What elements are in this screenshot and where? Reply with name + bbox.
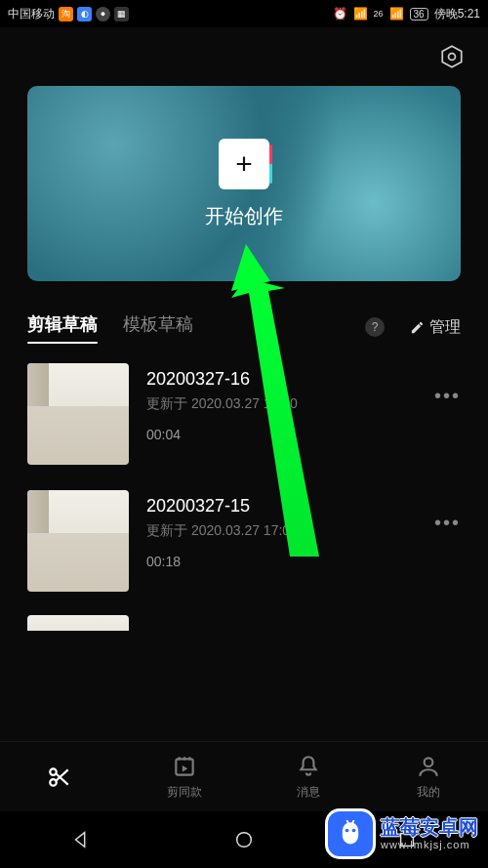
svg-rect-11 (400, 834, 413, 847)
plus-icon: + (235, 149, 253, 179)
battery-indicator: 36 (410, 8, 428, 21)
svg-point-10 (237, 833, 252, 847)
draft-item[interactable]: 20200327-16 更新于 2020.03.27 17:20 00:04 •… (27, 363, 461, 465)
svg-point-1 (449, 54, 456, 61)
android-nav-bar (0, 811, 488, 868)
signal-icon: 📶 (389, 7, 404, 21)
draft-thumbnail (27, 363, 129, 465)
network-badge: 26 (374, 9, 384, 19)
clock-label: 傍晚5:21 (434, 6, 480, 22)
nav-cut-same[interactable]: 剪同款 (167, 754, 202, 801)
back-button[interactable] (70, 829, 92, 850)
app-header (0, 27, 488, 86)
help-button[interactable]: ? (365, 317, 385, 337)
draft-title: 20200327-15 (146, 496, 417, 517)
settings-icon[interactable] (439, 44, 465, 69)
draft-thumbnail-peek (27, 615, 129, 631)
svg-marker-7 (183, 765, 187, 771)
draft-tabs: 剪辑草稿 模板草稿 ? 管理 (27, 312, 461, 342)
bottom-nav: 剪同款 消息 我的 (0, 741, 488, 811)
scissors-icon (47, 765, 72, 790)
pencil-icon (410, 320, 425, 335)
draft-item[interactable]: 20200327-15 更新于 2020.03.27 17:06 00:18 •… (27, 490, 461, 592)
app-icon: ◐ (77, 7, 92, 21)
wifi-icon: 📶 (353, 7, 368, 21)
recents-button[interactable] (396, 829, 418, 850)
draft-thumbnail (27, 490, 129, 592)
svg-marker-0 (442, 46, 462, 67)
template-icon (172, 754, 197, 779)
nav-edit[interactable] (47, 765, 72, 790)
nav-mine[interactable]: 我的 (416, 754, 441, 801)
start-create-card[interactable]: + 开始创作 (27, 86, 461, 281)
bell-icon (296, 754, 321, 779)
chat-icon: ● (96, 7, 110, 21)
draft-title: 20200327-16 (146, 369, 417, 390)
svg-point-8 (424, 758, 432, 766)
svg-marker-9 (76, 833, 85, 847)
alarm-icon: ⏰ (333, 7, 347, 21)
home-button[interactable] (233, 829, 255, 850)
app-icon-2: ▦ (114, 7, 129, 21)
taobao-icon: 淘 (59, 7, 73, 21)
tab-edit-drafts[interactable]: 剪辑草稿 (27, 312, 98, 342)
more-button[interactable]: ••• (434, 363, 461, 407)
more-button[interactable]: ••• (434, 490, 461, 534)
manage-button[interactable]: 管理 (410, 317, 461, 338)
tab-template-drafts[interactable]: 模板草稿 (123, 312, 193, 342)
nav-messages[interactable]: 消息 (296, 754, 321, 801)
draft-updated: 更新于 2020.03.27 17:06 (146, 522, 417, 540)
draft-duration: 00:04 (146, 427, 417, 442)
draft-duration: 00:18 (146, 554, 417, 569)
carrier-label: 中国移动 (8, 6, 55, 22)
start-create-label: 开始创作 (205, 203, 283, 229)
plus-button[interactable]: + (219, 139, 269, 189)
profile-icon (416, 754, 441, 779)
status-bar: 中国移动 淘 ◐ ● ▦ ⏰ 📶 26 📶 36 傍晚5:21 (0, 0, 488, 27)
draft-list: 20200327-16 更新于 2020.03.27 17:20 00:04 •… (27, 363, 461, 592)
draft-updated: 更新于 2020.03.27 17:20 (146, 395, 417, 413)
